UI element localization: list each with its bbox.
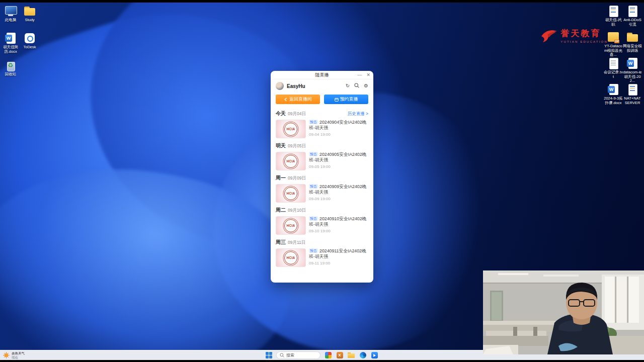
brand-logo: 誉天教育 YUTIAN EDUCATION (540, 28, 608, 43)
calendar-icon (335, 98, 339, 102)
txt-icon (606, 57, 621, 70)
preview-badge: 预告 (309, 216, 318, 221)
desktop-icon-label: 会议记录.txt (604, 70, 623, 79)
user-row: EasyHu ↻ ⚙ (271, 79, 373, 92)
hcia-thumbnail: HCIA (276, 152, 306, 170)
hcia-thumbnail: HCIA (276, 120, 306, 138)
desktop-icon-label: 2024-9-3拓扑课.docx (604, 97, 623, 105)
desktop-icon-label: Study (20, 18, 39, 23)
section-date: 09月04日 (288, 111, 306, 117)
live-title: 预告20240905安全IA2402晚班-胡天强 (309, 152, 368, 163)
edge-browser-button[interactable] (359, 351, 367, 359)
desktop-icon-txt[interactable]: 会议记录.txt (604, 57, 623, 83)
brand-bird-icon (540, 28, 557, 43)
section-date: 09月10日 (288, 208, 306, 214)
hcia-thumbnail: HCIA (276, 216, 306, 235)
schedule-section: 明天 09月05日 HCIA 预告20240905安全IA2402晚班-胡天强 … (276, 142, 368, 170)
taskbar-weather-widget[interactable]: 炎热天气 现在 (0, 350, 28, 360)
live-time: 09-09 19:00 (309, 197, 368, 201)
live-item[interactable]: HCIA 预告20240910安全IA2402晚班-胡天强 09-10 19:0… (276, 216, 368, 235)
desktop-icon-zip[interactable]: YT-Datacom模拟器光盘... (604, 31, 623, 57)
schedule-section: 今天 09月04日 历史直播 > HCIA 预告20240904安全IA2402… (276, 110, 368, 138)
desktop-icon-label: 此电脑 (1, 18, 20, 23)
word-icon (606, 83, 621, 96)
close-icon[interactable]: ✕ (366, 73, 370, 77)
hcia-seal-icon: HCIA (284, 187, 297, 200)
doc-icon (606, 5, 621, 18)
section-day: 周二 (276, 207, 286, 214)
hcia-thumbnail: HCIA (276, 248, 306, 267)
pc-icon (3, 5, 18, 18)
back-arrow-icon (284, 98, 288, 102)
desktop-icon-pc[interactable]: 此电脑 (1, 5, 20, 32)
preview-badge: 预告 (309, 184, 318, 189)
weather-line2: 现在 (12, 355, 25, 359)
doc-icon (625, 5, 640, 18)
window-title: 随直播 (315, 72, 329, 78)
desktop-icons-right: 胡天强-武职 YT-Datacom模拟器光盘... 会议记录.txt 2024-… (604, 5, 642, 109)
file-explorer-button[interactable] (347, 351, 355, 359)
app-box-icon: X (337, 352, 343, 358)
avatar[interactable] (276, 82, 284, 90)
desktop-icon-label: Anti-DDoS引流 (623, 18, 642, 27)
edge-icon (360, 352, 366, 358)
live-item[interactable]: HCIA 预告20240905安全IA2402晚班-胡天强 09-05 19:0… (276, 152, 368, 170)
search-icon (280, 353, 284, 357)
live-item[interactable]: HCIA 预告20240904安全IA2402晚班-胡天强 09-04 19:0… (276, 120, 368, 138)
section-date: 09月11日 (288, 240, 305, 246)
desktop-icon-doc[interactable]: NAT+NAT SERVER (623, 83, 642, 109)
weather-line1: 炎热天气 (12, 351, 25, 355)
live-app-button[interactable] (370, 351, 378, 359)
start-button[interactable] (266, 352, 273, 359)
weather-icon (3, 352, 10, 358)
desktop-icon-label: YT-Datacom模拟器光盘... (604, 44, 623, 57)
live-schedule-list: 今天 09月04日 历史直播 > HCIA 预告20240904安全IA2402… (271, 106, 373, 267)
pinned-app-icon-photos[interactable] (324, 351, 332, 359)
desktop-icon-folder[interactable]: Study (20, 5, 39, 32)
hcia-seal-icon: HCIA (284, 219, 297, 232)
desktop-icon-recycle[interactable]: 回收站 (1, 59, 20, 86)
webcam-scene (483, 270, 644, 354)
section-day: 周一 (276, 174, 286, 182)
pinned-app-icon-box[interactable]: X (336, 351, 344, 359)
minimize-icon[interactable]: — (357, 73, 362, 77)
window-titlebar[interactable]: 随直播 — ✕ (271, 71, 373, 79)
desktop-icon-doc[interactable]: Anti-DDoS引流 (623, 5, 642, 31)
live-title: 预告20240911安全IA2402晚班-胡天强 (309, 248, 368, 259)
photos-icon (325, 352, 332, 358)
screen: 此电脑 胡天强简历.docx 回收站 Study ToDesk 胡天强-武职 Y… (0, 0, 644, 362)
live-time: 09-10 19:00 (309, 229, 368, 233)
taskbar-search-box[interactable]: 搜索 (276, 351, 320, 359)
folder-icon (625, 31, 640, 44)
word-icon (3, 32, 18, 45)
hcia-seal-icon: HCIA (284, 123, 297, 136)
live-title: 预告20240910安全IA2402晚班-胡天强 (309, 216, 368, 227)
live-item[interactable]: HCIA 预告20240911安全IA2402晚班-胡天强 09-11 19:0… (276, 248, 368, 267)
hcia-seal-icon: HCIA (284, 251, 297, 264)
schedule-section: 周三 09月11日 HCIA 预告20240911安全IA2402晚班-胡天强 … (276, 239, 368, 267)
section-date: 09月05日 (288, 143, 306, 149)
word-icon (625, 57, 640, 70)
desktop-icon-word[interactable]: 胡天强简历.docx (1, 32, 20, 59)
section-date: 09月09日 (288, 175, 306, 182)
desktop-icon-label: 回收站 (1, 72, 20, 77)
section-day: 周三 (276, 239, 286, 246)
desktop-icon-todesk[interactable]: ToDesk (20, 32, 39, 59)
desktop-icon-doc[interactable]: 胡天强-武职 (604, 5, 623, 31)
desktop-icons-left: 此电脑 胡天强简历.docx 回收站 Study ToDesk (1, 5, 39, 86)
gear-icon[interactable]: ⚙ (364, 83, 368, 88)
desktop-icon-word[interactable]: datacom-ie胡天强-202... (623, 57, 642, 83)
file-explorer-icon (348, 352, 355, 358)
desktop-icon-word[interactable]: 2024-9-3拓扑课.docx (604, 83, 623, 109)
section-day: 今天 (276, 110, 286, 117)
preview-badge: 预告 (309, 152, 318, 156)
refresh-icon[interactable]: ↻ (346, 83, 350, 88)
live-title: 预告20240909安全IA2402晚班-胡天强 (309, 184, 368, 195)
history-live-link[interactable]: 历史直播 > (348, 111, 368, 117)
todesk-icon (22, 32, 37, 45)
live-item[interactable]: HCIA 预告20240909安全IA2402晚班-胡天强 09-09 19:0… (276, 184, 368, 203)
desktop-icon-folder[interactable]: 网络安全模拟训练 (623, 31, 642, 57)
search-icon[interactable] (354, 83, 359, 89)
back-to-liveroom-button[interactable]: 返回直播间 (276, 95, 320, 104)
reserve-live-button[interactable]: 预约直播 (324, 95, 368, 104)
